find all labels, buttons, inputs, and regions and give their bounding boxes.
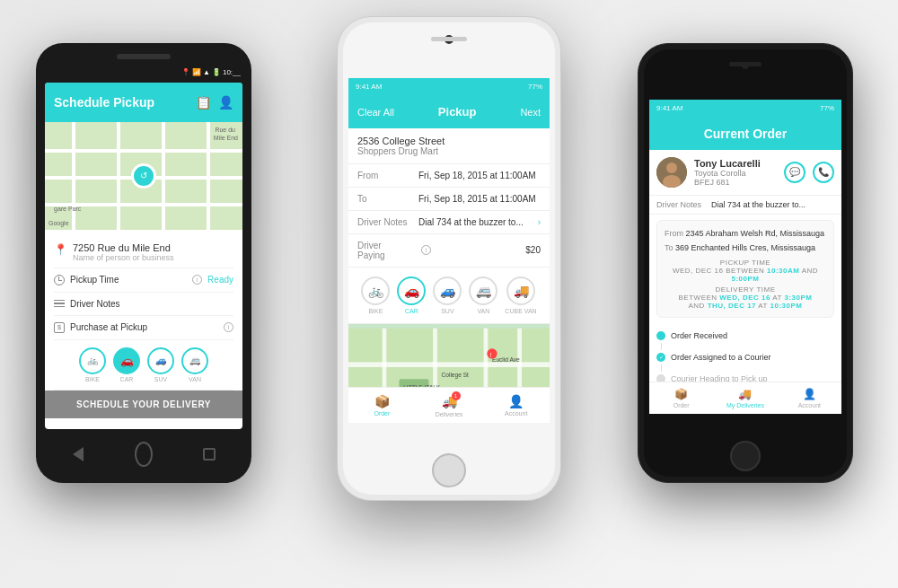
right-account-icon: 👤 — [803, 388, 816, 400]
android-address-row: 📍 7250 Rue du Mile End Name of person or… — [54, 237, 233, 268]
check-icon: ✓ — [659, 354, 664, 360]
suv-label: SUV — [154, 376, 167, 382]
pickup-street-address: 2536 College Street — [357, 136, 541, 146]
chevron-right-icon: › — [538, 217, 541, 227]
map-road — [117, 122, 120, 230]
delivery-end-time: 10:30PM — [770, 302, 803, 310]
android-status-icons: 📍 📶 ▲ 🔋 10:__ — [181, 68, 241, 76]
right-tab-deliveries[interactable]: 🚚 My Deliveries — [713, 382, 777, 414]
clear-all-button[interactable]: Clear All — [357, 107, 394, 118]
person-icon[interactable]: 👤 — [218, 95, 233, 110]
iphone-center-home-button[interactable] — [432, 453, 466, 487]
vehicle-van-center[interactable]: 🚐 VAN — [469, 276, 497, 314]
order-icon: 📦 — [374, 394, 390, 408]
notes-icon — [54, 300, 65, 308]
android-purchase-row: $ Purchase at Pickup i — [54, 316, 233, 340]
driver-notes-label: Driver Notes — [70, 299, 233, 309]
tab-order[interactable]: 📦 Order — [348, 388, 416, 423]
right-battery: 77% — [820, 104, 834, 112]
iphone-center: 9:41 AM 77% Clear All Pickup Next 2536 C… — [337, 16, 561, 501]
right-deliveries-label: My Deliveries — [726, 402, 764, 408]
car-label-center: CAR — [405, 308, 418, 314]
map-road — [72, 122, 75, 230]
bike-icon: 🚲 — [361, 276, 390, 305]
svg-point-18 — [666, 162, 677, 173]
center-bottom-tabs: 📦 Order 🚚 1 Deliveries 👤 Ac — [348, 387, 550, 423]
cube-van-icon: 🚚 — [506, 276, 535, 305]
call-button[interactable]: 📞 — [813, 162, 834, 183]
status-assigned: ✓ Order Assigned to a Courier — [656, 350, 834, 364]
android-address-sub: Name of person or business — [73, 253, 174, 262]
bike-label-center: BIKE — [368, 308, 383, 314]
phones-container: 📍 📶 ▲ 🔋 10:__ Schedule Pickup 📋 👤 — [18, 16, 880, 573]
from-row: From Fri, Sep 18, 2015 at 11:00AM — [348, 164, 550, 188]
android-driver-notes-row: Driver Notes — [54, 293, 233, 316]
tab-account[interactable]: 👤 Account — [482, 388, 550, 423]
status-dot-received — [656, 331, 665, 340]
vehicle-suv[interactable]: 🚙 SUV — [147, 347, 174, 382]
status-line — [661, 343, 662, 350]
right-bottom-tabs: 📦 Order 🚚 My Deliveries 👤 Account — [649, 382, 841, 414]
driver-details: Tony Lucarelli Toyota Corolla BFEJ 681 — [694, 158, 777, 187]
van-label-center: VAN — [477, 308, 489, 314]
iphone-white-inner: 9:41 AM 77% Clear All Pickup Next 2536 C… — [343, 22, 555, 495]
svg-point-15 — [487, 348, 497, 358]
schedule-delivery-button[interactable]: SCHEDULE YOUR DELIVERY — [45, 391, 242, 418]
account-tab-label: Account — [505, 410, 527, 417]
map-road — [207, 122, 210, 230]
android-header-title: Schedule Pickup — [54, 95, 154, 110]
bike-circle: 🚲 — [79, 347, 106, 374]
clipboard-icon[interactable]: 📋 — [196, 95, 211, 110]
back-button[interactable] — [69, 445, 87, 463]
right-order-icon: 📦 — [674, 388, 688, 400]
vehicle-bike-center[interactable]: 🚲 BIKE — [361, 276, 390, 314]
recents-button[interactable] — [200, 445, 218, 463]
car-label: CAR — [120, 376, 134, 382]
paying-info-icon: i — [421, 245, 431, 255]
pickup-time-header: PICKUP TIME — [720, 259, 770, 267]
vehicle-suv-center[interactable]: 🚙 SUV — [433, 276, 462, 314]
info-icon: i — [192, 275, 202, 285]
to-value: Fri, Sep 18, 2015 at 11:00AM — [418, 194, 536, 204]
pickup-end-time: 5:00PM — [731, 275, 759, 283]
right-tab-account[interactable]: 👤 Account — [778, 382, 841, 414]
from-value: Fri, Sep 18, 2015 at 11:00AM — [418, 171, 536, 180]
driver-notes-value: Dial 734 at the buzzer to... — [418, 217, 531, 227]
driver-paying-label: Driver Paying — [357, 241, 411, 260]
home-button[interactable] — [135, 445, 153, 463]
svg-text:College St: College St — [442, 372, 470, 379]
pickup-store-name: Shoppers Drug Mart — [357, 146, 541, 156]
car-circle: 🚗 — [113, 347, 140, 374]
right-status-bar: 9:41 AM 77% — [649, 100, 841, 118]
iphone-right-home-button[interactable] — [730, 441, 761, 471]
vehicle-car-center[interactable]: 🚗 CAR — [397, 276, 426, 314]
from-address: 2345 Abraham Welsh Rd, Mississauga — [686, 229, 824, 238]
current-order-title: Current Order — [704, 127, 788, 141]
right-order-label: Order — [674, 402, 690, 408]
suv-circle: 🚙 — [147, 347, 174, 374]
vehicle-car[interactable]: 🚗 CAR — [113, 347, 140, 382]
iphone-right-screen: 9:41 AM 77% Current Order — [649, 100, 841, 414]
vehicle-bike[interactable]: 🚲 BIKE — [79, 347, 106, 382]
message-button[interactable]: 💬 — [784, 162, 806, 183]
driver-paying-row: Driver Paying i $20 — [348, 234, 550, 268]
driver-contact-buttons: 💬 📞 — [784, 162, 834, 183]
pickup-time-label: Pickup Time — [70, 275, 184, 285]
android-pickup-time-row: Pickup Time i Ready — [54, 268, 233, 293]
delivery-time-block: DELIVERY TIME Between Wed, Dec 16 at 3:3… — [665, 285, 826, 310]
right-deliveries-icon: 🚚 — [738, 388, 752, 400]
vehicle-cube-van-center[interactable]: 🚚 CUBE VAN — [505, 276, 536, 314]
status-received-text: Order Received — [671, 331, 727, 340]
tab-deliveries[interactable]: 🚚 1 Deliveries — [416, 388, 483, 423]
gare-label: gare Parc — [54, 206, 81, 212]
van-icon: 🚐 — [469, 276, 497, 305]
next-button[interactable]: Next — [520, 107, 541, 118]
vehicle-van[interactable]: 🚐 VAN — [181, 347, 208, 382]
right-tab-order[interactable]: 📦 Order — [649, 382, 713, 414]
right-driver-notes: Driver Notes Dial 734 at the buzzer to..… — [649, 196, 841, 215]
to-row: To Fri, Sep 18, 2015 at 11:00AM — [348, 188, 550, 211]
driver-info-row: Tony Lucarelli Toyota Corolla BFEJ 681 💬… — [649, 150, 841, 196]
driver-avatar — [656, 157, 687, 188]
back-arrow-icon — [73, 447, 84, 461]
deliveries-tab-label: Deliveries — [436, 411, 463, 417]
